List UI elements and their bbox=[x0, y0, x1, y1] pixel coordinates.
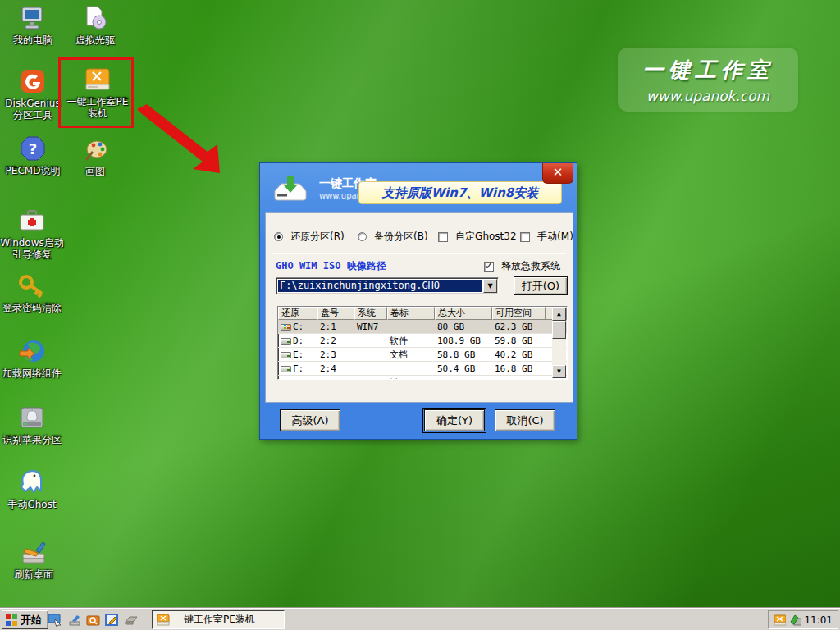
quicklaunch-search-folder-icon[interactable] bbox=[84, 611, 103, 628]
quicklaunch-sweep-icon[interactable] bbox=[66, 611, 84, 628]
image-path-label: GHO WIM ISO 映像路径 bbox=[276, 259, 386, 273]
boot-repair-icon bbox=[18, 207, 46, 235]
drive-icon bbox=[281, 352, 291, 358]
ghost-icon bbox=[18, 468, 46, 496]
radio-icon bbox=[358, 232, 367, 241]
combobox-dropdown-arrow[interactable]: ▼ bbox=[483, 279, 497, 293]
image-path-combobox[interactable]: F:\zuixinchunjingxitong.GHO ▼ bbox=[276, 277, 499, 294]
desktop: 一键工作室 www.upanok.com 我的电脑 虚拟光驱 DiskGeniu… bbox=[0, 0, 840, 630]
scrollbar-thumb[interactable] bbox=[552, 321, 566, 339]
close-button[interactable]: ✕ bbox=[542, 163, 573, 184]
quicklaunch-show-desktop-icon[interactable] bbox=[46, 611, 64, 628]
pecmd-help-icon: ? bbox=[19, 135, 47, 162]
password-clear-icon bbox=[18, 272, 46, 299]
scroll-up-icon[interactable]: ▲ bbox=[552, 308, 566, 321]
desktop-icon-pecmd-help[interactable]: ? PECMD说明 bbox=[1, 135, 65, 176]
checkbox-rescue-system[interactable]: 释放急救系统 bbox=[484, 258, 560, 273]
drive-icon bbox=[281, 366, 291, 372]
system-tray: 11:01 bbox=[768, 610, 838, 629]
virtual-cdrom-icon bbox=[81, 4, 109, 32]
desktop-icon-paint[interactable]: 画图 bbox=[63, 135, 127, 177]
radio-restore-partition[interactable]: 还原分区(R) bbox=[274, 228, 345, 244]
refresh-desktop-icon bbox=[20, 538, 48, 566]
dialog-header: 一键工作室 www.upanok.com 支持原版Win7、Win8安装 bbox=[260, 163, 577, 212]
watermark-url: www.upanok.com bbox=[618, 88, 798, 104]
windows-drive-icon bbox=[281, 324, 291, 331]
task-app-icon bbox=[157, 614, 170, 626]
desktop-icon-refresh-desktop[interactable]: 刷新桌面 bbox=[2, 538, 66, 580]
desktop-icon-apple-partition[interactable]: 识别苹果分区 bbox=[0, 404, 64, 445]
checkbox-manual[interactable]: 手动(M) bbox=[520, 228, 573, 244]
cancel-button[interactable]: 取消(C) bbox=[495, 409, 555, 431]
desktop-icon-password-clear[interactable]: 登录密码清除 bbox=[0, 272, 64, 313]
desktop-icon-my-computer[interactable]: 我的电脑 bbox=[1, 4, 65, 46]
checkbox-checked-icon bbox=[484, 262, 494, 272]
table-row-c[interactable]: C: 2:1 WIN7 80 GB 62.3 GB bbox=[278, 320, 567, 334]
taskbar-task-button[interactable]: 一键工作室PE装机 bbox=[152, 610, 285, 629]
ok-button[interactable]: 确定(Y) bbox=[424, 409, 485, 431]
partition-table[interactable]: 还原 盘号 系统 卷标 总大小 可用空间 C: 2:1 WIN7 80 GB 6… bbox=[277, 306, 568, 380]
watermark: 一键工作室 www.upanok.com bbox=[618, 48, 798, 112]
start-button[interactable]: 开始 bbox=[2, 610, 48, 629]
table-scrollbar[interactable]: ▲ ▼ bbox=[552, 308, 566, 378]
table-header-row: 还原 盘号 系统 卷标 总大小 可用空间 bbox=[278, 307, 567, 320]
quicklaunch-disk-icon[interactable] bbox=[122, 611, 140, 628]
desktop-icon-network[interactable]: 加载网络组件 bbox=[0, 337, 64, 379]
svg-text:?: ? bbox=[29, 140, 37, 158]
table-row-d[interactable]: D: 2:2 软件 108.9 GB 59.8 GB bbox=[278, 334, 567, 348]
usb-drive-icon: usb bbox=[281, 378, 295, 381]
table-row-u-clipped[interactable]: usbU: 1:1 键 7 GB 7 GB bbox=[278, 376, 567, 380]
desktop-icon-virtual-cdrom[interactable]: 虚拟光驱 bbox=[63, 4, 127, 46]
drive-icon bbox=[281, 338, 291, 345]
diskgenius-icon bbox=[19, 67, 47, 95]
network-icon bbox=[18, 337, 46, 365]
tray-installer-icon[interactable] bbox=[774, 614, 786, 626]
paint-icon bbox=[81, 135, 109, 163]
image-path-value: F:\zuixinchunjingxitong.GHO bbox=[278, 280, 482, 292]
checkbox-custom-ghost32[interactable]: 自定Ghost32 bbox=[438, 228, 517, 244]
my-computer-icon bbox=[19, 4, 47, 32]
divider bbox=[272, 253, 566, 254]
advanced-button[interactable]: 高级(A) bbox=[280, 409, 340, 431]
tray-disk-arrow-icon[interactable] bbox=[789, 614, 801, 626]
apple-partition-icon bbox=[18, 404, 46, 431]
app-logo-icon bbox=[272, 173, 309, 208]
support-banner: 支持原版Win7、Win8安装 bbox=[358, 181, 562, 204]
tray-clock[interactable]: 11:01 bbox=[804, 614, 833, 626]
annotation-arrow bbox=[127, 103, 234, 189]
table-row-e[interactable]: E: 2:3 文档 58.8 GB 40.2 GB bbox=[278, 348, 567, 362]
desktop-icon-boot-repair[interactable]: Windows启动引导修复 bbox=[0, 207, 64, 260]
pe-installer-dialog: 一键工作室 www.upanok.com 支持原版Win7、Win8安装 ✕ 还… bbox=[259, 162, 578, 440]
start-logo-icon bbox=[6, 614, 17, 626]
taskbar: 开始 一键工作室PE装机 11:01 bbox=[0, 608, 840, 630]
table-row-f[interactable]: F: 2:4 50.4 GB 16.8 GB bbox=[278, 362, 567, 376]
quicklaunch-edit-icon[interactable] bbox=[103, 611, 121, 628]
open-button[interactable]: 打开(O) bbox=[514, 276, 568, 295]
radio-backup-partition[interactable]: 备份分区(B) bbox=[358, 228, 428, 244]
desktop-icon-ghost[interactable]: 手动Ghost bbox=[0, 468, 64, 510]
scroll-down-icon[interactable]: ▼ bbox=[552, 365, 566, 378]
desktop-icon-diskgenius[interactable]: DiskGenius分区工具 bbox=[1, 67, 65, 121]
checkbox-icon bbox=[520, 232, 530, 242]
dialog-body: 还原分区(R) 备份分区(B) 自定Ghost32 手动(M) GHO WIM … bbox=[265, 212, 573, 403]
radio-selected-icon bbox=[274, 232, 283, 241]
checkbox-icon bbox=[438, 232, 448, 242]
highlight-rectangle bbox=[58, 57, 134, 128]
watermark-title: 一键工作室 bbox=[618, 56, 798, 84]
